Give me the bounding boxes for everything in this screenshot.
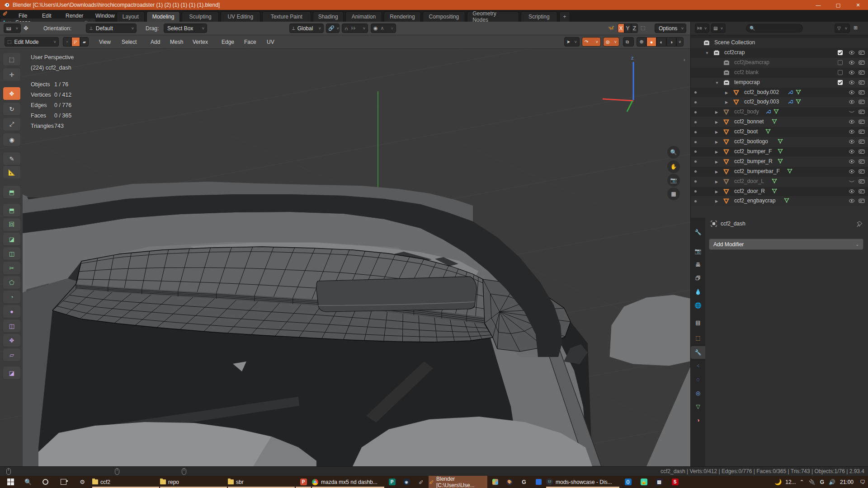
tab-+[interactable]: + xyxy=(559,11,570,22)
properties-tab-collection[interactable]: ▤ xyxy=(691,316,705,329)
properties-tab-scene[interactable]: 💧 xyxy=(691,286,705,298)
transform-orientation-dropdown[interactable]: ⟂Global˅ xyxy=(289,23,324,33)
eye-icon[interactable] xyxy=(849,149,855,156)
taskbar-blender[interactable]: 🜚Blender [C:\Users\Use... xyxy=(429,476,487,488)
orientation-dropdown[interactable]: ⊥Default˅ xyxy=(86,23,137,33)
camera-icon[interactable] xyxy=(859,109,865,116)
tool-select-box[interactable]: ⬚ xyxy=(3,52,21,66)
outliner-row-ccf2-body-002[interactable]: ▶ccf2_body.002 xyxy=(691,88,868,98)
tab-scripting[interactable]: Scripting xyxy=(521,11,557,22)
tab-shading[interactable]: Shading xyxy=(313,11,344,22)
tool-move[interactable]: ✥ xyxy=(3,87,21,100)
overlays-toggle[interactable]: ◎˅ xyxy=(603,37,619,47)
tab-animation[interactable]: Animation xyxy=(345,11,382,22)
outliner-row-ccf2jbeamcrap[interactable]: ccf2jbeamcrap xyxy=(691,58,868,68)
taskbar-search-icon[interactable]: 🔍 xyxy=(20,476,36,488)
disclosure-down[interactable]: ▼ xyxy=(715,81,719,85)
eye-icon[interactable] xyxy=(849,119,855,126)
mirror-icon[interactable]: 🦋 xyxy=(608,25,615,32)
taskbar-start-icon[interactable] xyxy=(2,476,19,488)
taskbar-chrome[interactable]: mazda mx5 nd dashb... xyxy=(312,476,384,488)
camera-icon[interactable] xyxy=(859,80,865,86)
viewport-menu-add[interactable]: Add xyxy=(146,35,164,49)
taskbar-beamng-icon[interactable] xyxy=(488,476,502,488)
camera-icon[interactable] xyxy=(859,89,865,96)
camera-icon[interactable] xyxy=(859,159,865,165)
viewport-menu-mesh[interactable]: Mesh xyxy=(166,35,187,49)
camera-icon[interactable] xyxy=(859,60,865,66)
properties-tab-world[interactable]: 🌐 xyxy=(691,299,705,312)
visibility-checkbox[interactable] xyxy=(838,80,843,85)
taskbar-palette-icon[interactable]: 🎨 xyxy=(503,476,516,488)
properties-tab-object[interactable]: ⬚ xyxy=(691,332,705,344)
outliner-filter-mode-dropdown[interactable]: ▤˅ xyxy=(711,23,726,33)
outliner-filter-dropdown[interactable]: ▽˅ xyxy=(835,23,850,33)
outliner-row-ccf2-bumper-f[interactable]: ▶ccf2_bumper_F xyxy=(691,147,868,157)
tab-geometry-nodes[interactable]: Geometry Nodes xyxy=(467,11,519,22)
menu-file[interactable]: File xyxy=(14,10,31,22)
disclosure-right[interactable]: ▶ xyxy=(725,91,728,95)
snap-target-icon[interactable]: ⬚ xyxy=(641,25,648,32)
eye-icon[interactable] xyxy=(849,60,855,67)
camera-icon[interactable] xyxy=(859,99,865,106)
taskbar-gdrive-icon[interactable]: G xyxy=(517,476,531,488)
tool-smooth[interactable]: ● xyxy=(3,305,21,318)
taskbar-obs-icon[interactable]: 🔒 xyxy=(637,476,651,488)
properties-tab-render[interactable]: 📷 xyxy=(691,245,705,258)
tab-compositing[interactable]: Compositing xyxy=(423,11,466,22)
eye-icon[interactable] xyxy=(849,80,855,87)
tab-uv-editing[interactable]: UV Editing xyxy=(221,11,260,22)
close-button[interactable]: ✕ xyxy=(848,0,868,10)
eye-icon[interactable] xyxy=(849,89,855,97)
new-collection-button[interactable]: ⊞ xyxy=(854,25,858,31)
tool-shear[interactable]: ▱ xyxy=(3,348,21,361)
select-mode-edge[interactable]: ◸ xyxy=(71,37,80,47)
tool-knife[interactable]: ✂ xyxy=(3,261,21,275)
eye-icon[interactable] xyxy=(849,198,855,205)
tool-measure[interactable]: 📐 xyxy=(3,165,21,179)
outliner-search-field[interactable]: 🔍 xyxy=(746,24,803,33)
outliner-row-ccf2crap[interactable]: ▼ccf2crap xyxy=(691,48,868,58)
taskbar-folder[interactable]: ccf2 xyxy=(92,476,159,488)
camera-icon[interactable] xyxy=(859,70,865,76)
select-mode-face[interactable]: ▰ xyxy=(80,37,89,47)
options-dropdown[interactable]: Options˅ xyxy=(655,23,686,33)
outliner-row-ccf2-bumperbar-f[interactable]: ▶ccf2_bumperbar_F xyxy=(691,167,868,177)
disclosure-right[interactable]: ▶ xyxy=(725,100,728,104)
properties-tab-view-layer[interactable]: 🗇 xyxy=(691,272,705,285)
properties-tab-tool[interactable]: 🔧 xyxy=(691,226,705,239)
taskbar-settings-icon[interactable]: ⚙ xyxy=(73,476,91,488)
eye-icon[interactable] xyxy=(849,109,855,116)
disclosure-right[interactable]: ▶ xyxy=(715,160,718,164)
disclosure-right[interactable]: ▶ xyxy=(715,199,718,203)
disclosure-right[interactable]: ▶ xyxy=(715,170,718,174)
disclosure-right[interactable]: ▶ xyxy=(715,190,718,194)
outliner-row-ccf2-body-003[interactable]: ▶ccf2_body.003 xyxy=(691,97,868,107)
viewport-menu-face[interactable]: Face xyxy=(240,35,260,49)
tool-extrude-region[interactable]: ⬒ xyxy=(3,203,21,217)
properties-tab-physics[interactable]: ◌ xyxy=(691,373,705,386)
tool-shrink-fatten[interactable]: ✥ xyxy=(3,333,21,347)
camera-icon[interactable] xyxy=(859,139,865,145)
camera-icon[interactable] xyxy=(859,119,865,126)
show-gizmo-dropdown[interactable]: ➤˅ xyxy=(564,37,580,47)
outliner-row-ccf2-door-r[interactable]: ▶ccf2_door_R xyxy=(691,187,868,197)
disclosure-right[interactable]: ▶ xyxy=(715,120,718,124)
add-modifier-button[interactable]: Add Modifier⌄ xyxy=(709,239,863,250)
tool-edge-slide[interactable]: ◫ xyxy=(3,319,21,333)
tool-poly-build[interactable]: ⬠ xyxy=(3,276,21,289)
tool-add-cube[interactable]: ⬒ xyxy=(3,185,21,199)
viewport-menu-vertex[interactable]: Vertex xyxy=(189,35,212,49)
outliner-row-scene-collection[interactable]: Scene Collection xyxy=(691,38,868,48)
eye-icon[interactable] xyxy=(849,159,855,166)
visibility-checkbox[interactable] xyxy=(838,60,843,65)
tool-spin[interactable]: ◔ xyxy=(3,290,21,304)
eye-icon[interactable] xyxy=(849,50,855,57)
viewport-menu-edge[interactable]: Edge xyxy=(217,35,238,49)
viewport-menu-uv[interactable]: UV xyxy=(263,35,278,49)
shading-dropdown[interactable]: ˅ xyxy=(676,37,684,47)
properties-tab-constraints[interactable]: ◎ xyxy=(691,387,705,399)
properties-tab-particles[interactable]: ⁖ xyxy=(691,360,705,372)
outliner-row-ccf2-body[interactable]: ▶ccf2_body xyxy=(691,107,868,117)
pin-icon[interactable] xyxy=(856,221,863,227)
